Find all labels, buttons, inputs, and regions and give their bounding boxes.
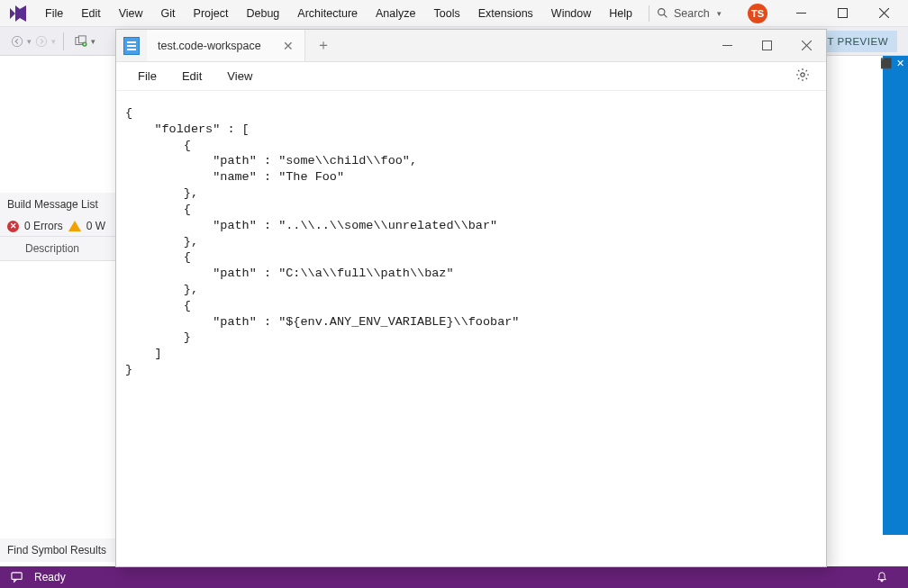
search-icon [657, 7, 668, 19]
global-search[interactable]: Search ▾ [657, 7, 722, 20]
menu-git[interactable]: Git [152, 0, 185, 27]
vs-close-button[interactable] [863, 0, 904, 27]
chevron-down-icon[interactable]: ▾ [871, 58, 876, 69]
editor-maximize-button[interactable] [747, 30, 786, 61]
editor-tab[interactable]: test.code-workspace ✕ [147, 30, 305, 61]
editor-titlebar: test.code-workspace ✕ ＋ [116, 30, 826, 62]
feedback-icon[interactable] [9, 569, 25, 585]
settings-gear-icon[interactable] [788, 68, 817, 85]
editor-minimize-button[interactable] [707, 30, 747, 61]
menu-extensions[interactable]: Extensions [469, 0, 542, 27]
editor-menu-view[interactable]: View [214, 62, 265, 91]
vs-minimize-button[interactable] [780, 0, 822, 27]
svg-rect-3 [838, 9, 847, 18]
menu-window[interactable]: Window [542, 0, 600, 27]
errors-count[interactable]: 0 Errors [24, 220, 63, 232]
svg-point-0 [658, 9, 665, 15]
menu-debug[interactable]: Debug [237, 0, 288, 27]
new-tab-button[interactable]: ＋ [305, 30, 341, 61]
svg-rect-13 [762, 41, 771, 50]
menubar-separator [649, 5, 649, 22]
nav-forward-button[interactable] [32, 32, 51, 51]
right-docked-toolwindow: ▾ ⬛ ✕ [883, 56, 908, 535]
menu-edit[interactable]: Edit [72, 0, 110, 27]
search-label: Search [674, 7, 710, 20]
editor-menu-edit[interactable]: Edit [169, 62, 214, 91]
svg-rect-11 [11, 572, 21, 579]
close-icon[interactable]: ✕ [896, 58, 904, 69]
menu-help[interactable]: Help [600, 0, 641, 27]
nav-back-button[interactable] [7, 32, 27, 51]
editor-close-button[interactable] [786, 30, 826, 61]
error-icon: ✕ [7, 221, 19, 232]
user-avatar[interactable]: TS [748, 4, 767, 23]
vs-menubar: File Edit View Git Project Debug Archite… [0, 0, 908, 27]
editor-menubar: File Edit View [116, 62, 826, 91]
text-editor-window: test.code-workspace ✕ ＋ File Edit View {… [115, 29, 827, 567]
vs-logo-icon [7, 3, 29, 24]
new-instance-button[interactable] [71, 32, 91, 51]
warnings-count[interactable]: 0 W [86, 220, 105, 232]
status-text: Ready [34, 571, 66, 583]
vs-statusbar: Ready [0, 566, 908, 588]
find-symbol-results-panel-title[interactable]: Find Symbol Results [0, 538, 126, 562]
menu-view[interactable]: View [110, 0, 152, 27]
svg-point-16 [801, 73, 804, 77]
notepad-icon [116, 30, 147, 61]
notifications-bell-icon[interactable] [874, 569, 890, 585]
toolbar-separator [63, 32, 64, 50]
warning-icon [68, 221, 81, 231]
menu-tools[interactable]: Tools [425, 0, 469, 27]
editor-menu-file[interactable]: File [125, 62, 169, 91]
editor-tab-title: test.code-workspace [158, 40, 261, 52]
build-message-panel: Build Message List ✕ 0 Errors 0 W Descri… [0, 193, 126, 261]
menu-architecture[interactable]: Architecture [288, 0, 367, 27]
svg-line-1 [664, 14, 667, 17]
editor-text-content[interactable]: { "folders" : [ { "path" : "some\\child\… [116, 91, 826, 566]
svg-point-6 [12, 36, 22, 46]
pin-icon[interactable]: ⬛ [880, 58, 893, 69]
svg-point-7 [36, 36, 46, 46]
tab-close-button[interactable]: ✕ [283, 39, 294, 53]
build-panel-title: Build Message List [0, 193, 126, 216]
menu-project[interactable]: Project [185, 0, 238, 27]
menu-file[interactable]: File [36, 0, 72, 27]
nav-fwd-caret-icon: ▾ [51, 37, 56, 46]
chevron-down-icon: ▾ [717, 9, 722, 18]
build-description-column[interactable]: Description [0, 236, 126, 261]
menu-analyze[interactable]: Analyze [367, 0, 424, 27]
vs-maximize-button[interactable] [822, 0, 863, 27]
toolbar-caret-icon: ▾ [91, 37, 95, 46]
